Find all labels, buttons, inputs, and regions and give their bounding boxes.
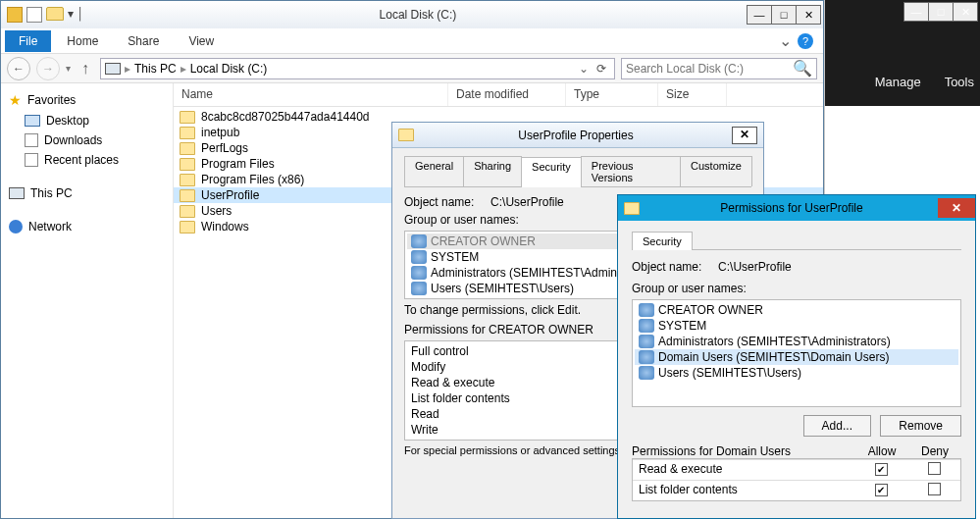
tab-security[interactable]: Security [632, 232, 693, 250]
bg-maximize-button[interactable]: □ [928, 2, 954, 22]
back-button[interactable]: ← [7, 57, 30, 80]
nav-downloads-label: Downloads [44, 133, 102, 147]
group-item[interactable]: Domain Users (SEMIHTEST\Domain Users) [635, 349, 958, 365]
nav-recent[interactable]: Recent places [5, 150, 169, 170]
group-list[interactable]: CREATOR OWNERSYSTEMAdministrators (SEMIH… [632, 299, 961, 407]
forward-button[interactable]: → [36, 57, 60, 80]
breadcrumb-drive[interactable]: Local Disk (C:) [190, 62, 268, 76]
nav-network-label: Network [28, 220, 72, 234]
bg-menu-tools[interactable]: Tools [945, 75, 974, 89]
search-icon[interactable]: 🔍 [793, 59, 812, 78]
deny-checkbox[interactable] [928, 462, 941, 475]
ribbon-tab-view[interactable]: View [175, 30, 228, 52]
permissions-titlebar: Permissions for UserProfile ✕ [618, 195, 975, 221]
explorer-titlebar: ▾ │ Local Disk (C:) — □ ✕ [1, 1, 823, 28]
group-icon [411, 250, 427, 264]
address-bar[interactable]: ▸ This PC ▸ Local Disk (C:) ⌄ ⟳ [100, 58, 615, 79]
nav-recent-label: Recent places [44, 153, 119, 167]
tab-security[interactable]: Security [521, 157, 582, 187]
tab-previous-versions[interactable]: Previous Versions [581, 156, 681, 186]
group-name: SYSTEM [658, 319, 706, 333]
remove-button[interactable]: Remove [880, 415, 961, 437]
group-item[interactable]: SYSTEM [635, 318, 958, 334]
tab-general[interactable]: General [404, 156, 464, 186]
group-name: CREATOR OWNER [431, 234, 536, 248]
address-dropdown-icon[interactable]: ⌄ [579, 62, 589, 76]
file-name: Users [201, 204, 232, 218]
refresh-button[interactable]: ⟳ [593, 62, 610, 76]
group-icon [411, 234, 427, 248]
permissions-close-button[interactable]: ✕ [938, 198, 975, 218]
tab-sharing[interactable]: Sharing [463, 156, 522, 186]
minimize-button[interactable]: — [747, 5, 772, 25]
folder-icon [180, 127, 195, 139]
close-button[interactable]: ✕ [796, 5, 821, 25]
help-icon[interactable]: ? [798, 33, 813, 49]
navigation-pane: ★ Favorites Desktop Downloads Recent pla… [1, 83, 174, 518]
ribbon-tab-home[interactable]: Home [53, 30, 112, 52]
object-name-label: Object name: [404, 195, 474, 209]
group-item[interactable]: Administrators (SEMIHTEST\Administrators… [635, 334, 958, 349]
address-row: ← → ▾ ↑ ▸ This PC ▸ Local Disk (C:) ⌄ ⟳ … [1, 54, 823, 83]
col-header-name[interactable]: Name [174, 83, 448, 106]
col-header-type[interactable]: Type [566, 83, 658, 106]
folder-icon [624, 202, 640, 215]
deny-checkbox[interactable] [928, 483, 941, 495]
group-item[interactable]: Users (SEMIHTEST\Users) [635, 365, 958, 381]
allow-checkbox[interactable]: ✔ [875, 484, 888, 496]
star-icon: ★ [9, 92, 22, 108]
nav-network[interactable]: Network [5, 217, 169, 236]
folder-icon [180, 205, 195, 218]
nav-favorites-label: Favorites [27, 93, 76, 107]
maximize-button[interactable]: □ [771, 5, 797, 25]
breadcrumb-thispc[interactable]: This PC [134, 62, 177, 76]
deny-header: Deny [908, 444, 961, 458]
folder-icon [46, 7, 64, 21]
object-name-label: Object name: [632, 260, 701, 274]
ribbon-tab-share[interactable]: Share [114, 30, 173, 52]
search-box[interactable]: 🔍 [621, 58, 817, 79]
col-header-size[interactable]: Size [658, 83, 727, 106]
allow-checkbox[interactable]: ✔ [875, 463, 888, 476]
ribbon-tab-file[interactable]: File [5, 30, 51, 52]
ribbon-expand-icon[interactable]: ⌄ [779, 31, 792, 50]
folder-icon [180, 142, 195, 155]
group-icon [639, 319, 654, 333]
group-name: CREATOR OWNER [658, 303, 763, 317]
group-icon [639, 335, 654, 348]
permission-row: List folder contents✔ [633, 480, 960, 500]
desktop-icon [25, 115, 40, 127]
group-item[interactable]: CREATOR OWNER [635, 302, 958, 318]
col-header-date[interactable]: Date modified [448, 83, 566, 106]
permissions-tabs: Security [632, 231, 961, 250]
bg-minimize-button[interactable]: — [903, 2, 929, 22]
downloads-icon [25, 133, 38, 147]
bg-menu-manage[interactable]: Manage [875, 75, 921, 89]
up-button[interactable]: ↑ [77, 60, 94, 78]
permissions-for-label: Permissions for Domain Users [632, 444, 855, 458]
bg-close-button[interactable]: ✕ [953, 2, 978, 22]
titlebar-overflow[interactable]: ▾ │ [68, 7, 84, 23]
permission-table: Read & execute✔List folder contents✔ [632, 458, 961, 501]
folder-icon [180, 189, 195, 202]
group-names-label: Group or user names: [632, 282, 961, 295]
properties-close-button[interactable]: ✕ [732, 127, 757, 144]
nav-favorites[interactable]: ★ Favorites [5, 89, 169, 111]
nav-downloads[interactable]: Downloads [5, 130, 169, 150]
drive-icon [7, 7, 23, 23]
group-icon [411, 266, 427, 280]
nav-desktop[interactable]: Desktop [5, 111, 169, 130]
group-name: Users (SEMIHTEST\Users) [658, 366, 801, 380]
history-dropdown-icon[interactable]: ▾ [66, 63, 71, 74]
add-button[interactable]: Add... [803, 415, 871, 437]
file-name: PerfLogs [201, 141, 248, 155]
properties-titlebar: UserProfile Properties ✕ [392, 123, 763, 148]
tab-customize[interactable]: Customize [680, 156, 752, 186]
folder-icon [180, 221, 195, 234]
object-name-value: C:\UserProfile [718, 260, 792, 274]
permission-name: Read & execute [633, 462, 854, 478]
folder-icon [180, 158, 195, 171]
search-input[interactable] [626, 62, 793, 76]
nav-thispc[interactable]: This PC [5, 183, 169, 203]
permission-row: Read & execute✔ [633, 459, 960, 480]
